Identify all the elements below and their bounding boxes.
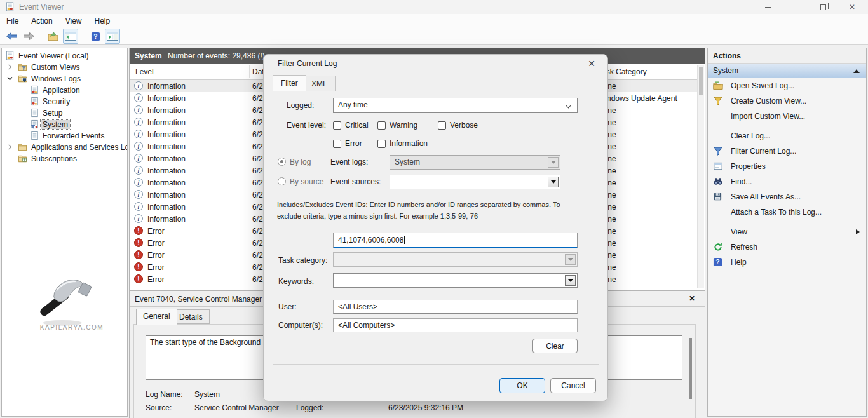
open-folder-icon xyxy=(713,81,726,91)
checkbox-warning[interactable] xyxy=(377,121,386,130)
column-divider[interactable] xyxy=(249,65,250,78)
actions-section-system[interactable]: System xyxy=(708,64,866,78)
level-icon xyxy=(134,238,143,247)
subscriptions-icon xyxy=(18,154,27,163)
tree-item-system[interactable]: System xyxy=(2,119,127,130)
action-label: View xyxy=(731,227,747,236)
ok-button[interactable]: OK xyxy=(499,378,545,393)
preview-close-icon[interactable]: ✕ xyxy=(689,294,695,303)
checkbox-information[interactable] xyxy=(377,140,386,148)
action-view[interactable]: View xyxy=(708,224,866,239)
preview-title: Event 7040, Service Control Manager xyxy=(135,295,262,304)
tree-item-security[interactable]: Security xyxy=(2,96,127,107)
restore-button[interactable] xyxy=(808,0,837,14)
dropdown-icon[interactable] xyxy=(565,275,576,286)
tree-item-forwarded-events[interactable]: Forwarded Events xyxy=(2,130,127,142)
action-filter-current-log[interactable]: Filter Current Log... xyxy=(708,144,866,159)
action-refresh[interactable]: Refresh xyxy=(708,239,866,255)
chevron-right-icon[interactable] xyxy=(7,144,13,150)
menu-action[interactable]: Action xyxy=(25,15,58,27)
user-input[interactable]: <All Users> xyxy=(333,300,578,314)
help-button[interactable]: ? xyxy=(88,29,103,44)
date-text: 6/2 xyxy=(252,82,263,91)
tree-item-root[interactable]: Event Viewer (Local) xyxy=(2,50,127,62)
date-text: 6/2 xyxy=(252,191,263,199)
action-label: Import Custom View... xyxy=(731,112,805,121)
date-text: 6/2 xyxy=(252,94,263,103)
tree-item-windows-logs[interactable]: Windows Logs xyxy=(2,73,127,84)
action-properties[interactable]: Properties xyxy=(708,159,866,174)
scrollbar-thumb[interactable] xyxy=(699,67,703,95)
chevron-down-icon[interactable] xyxy=(7,76,13,81)
action-import-custom-view[interactable]: Import Custom View... xyxy=(708,109,866,124)
action-create-custom-view[interactable]: Create Custom View... xyxy=(708,93,866,109)
log-icon xyxy=(30,97,39,106)
action-label: Properties xyxy=(731,162,766,171)
dropdown-icon[interactable] xyxy=(548,177,559,187)
tree-label-selected: System xyxy=(41,120,70,129)
action-open-saved-log[interactable]: Open Saved Log... xyxy=(708,78,866,93)
console-tree-panel: Event Viewer (Local) Custom Views Window… xyxy=(1,48,128,417)
hammer-icon xyxy=(27,269,101,328)
keywords-combobox[interactable] xyxy=(333,273,578,288)
action-label: Save All Events As... xyxy=(731,192,801,201)
action-clear-log[interactable]: Clear Log... xyxy=(708,128,866,144)
level-icon xyxy=(134,118,143,126)
column-level[interactable]: Level xyxy=(135,67,154,76)
tree-item-setup[interactable]: Setup xyxy=(2,107,127,119)
preview-scrollbar-thumb[interactable] xyxy=(689,338,692,399)
tab-details[interactable]: Details xyxy=(172,309,210,324)
event-list-scrollbar[interactable] xyxy=(697,65,704,288)
task-category-label: Task category: xyxy=(278,256,327,265)
checkbox-warning-label: Warning xyxy=(390,121,417,130)
radio-by-source[interactable] xyxy=(278,177,286,185)
logged-combobox[interactable]: Any time xyxy=(333,98,578,113)
chevron-right-icon[interactable] xyxy=(7,64,13,70)
action-help[interactable]: ? Help xyxy=(708,255,866,270)
menu-help[interactable]: Help xyxy=(88,15,117,27)
menu-file[interactable]: File xyxy=(0,15,25,27)
properties-icon xyxy=(713,161,726,172)
checkbox-critical[interactable] xyxy=(333,121,341,130)
tree-item-apps-services-logs[interactable]: Applications and Services Lo xyxy=(2,142,127,153)
level-icon xyxy=(134,214,143,223)
checkbox-verbose[interactable] xyxy=(438,121,446,130)
event-sources-combobox[interactable] xyxy=(390,175,560,189)
toolbar-separator xyxy=(41,30,41,42)
export-log-button[interactable] xyxy=(46,29,61,44)
funnel-blue-icon xyxy=(713,146,726,156)
back-button[interactable] xyxy=(4,29,19,44)
action-find[interactable]: Find... xyxy=(708,174,866,189)
date-text: 6/2 xyxy=(252,179,263,187)
cancel-button[interactable]: Cancel xyxy=(550,378,596,393)
dialog-close-icon[interactable]: ✕ xyxy=(585,58,599,71)
minimize-button[interactable] xyxy=(754,0,783,14)
action-save-all-events-as[interactable]: Save All Events As... xyxy=(708,189,866,205)
tree-label: Application xyxy=(43,84,80,96)
tab-general[interactable]: General xyxy=(136,309,177,325)
clear-button[interactable]: Clear xyxy=(532,339,578,353)
event-ids-input[interactable]: 41,1074,6006,6008 xyxy=(333,233,578,248)
event-logs-label: Event logs: xyxy=(330,158,368,166)
tree-item-application[interactable]: Application xyxy=(2,84,127,96)
collapse-icon[interactable] xyxy=(853,69,860,73)
level-icon xyxy=(134,105,143,114)
radio-by-log[interactable] xyxy=(278,158,286,166)
tab-filter[interactable]: Filter xyxy=(273,75,306,91)
show-console-tree-button[interactable] xyxy=(63,29,78,44)
tree-item-custom-views[interactable]: Custom Views xyxy=(2,62,127,73)
tab-xml[interactable]: XML xyxy=(303,76,336,91)
show-action-pane-button[interactable] xyxy=(105,29,120,44)
computers-input[interactable]: <All Computers> xyxy=(333,318,578,332)
close-button[interactable]: ✕ xyxy=(837,0,867,14)
checkbox-error[interactable] xyxy=(333,140,341,148)
date-text: 6/2 xyxy=(252,251,263,260)
forward-button[interactable] xyxy=(21,29,36,44)
level-text: Information xyxy=(147,94,186,103)
action-attach-task[interactable]: Attach a Task To this Log... xyxy=(708,205,866,220)
app-icon xyxy=(5,2,15,11)
menu-view[interactable]: View xyxy=(59,15,88,27)
floppy-disk-icon xyxy=(713,192,726,202)
tree-item-subscriptions[interactable]: Subscriptions xyxy=(2,153,127,165)
help-icon: ? xyxy=(91,32,100,41)
